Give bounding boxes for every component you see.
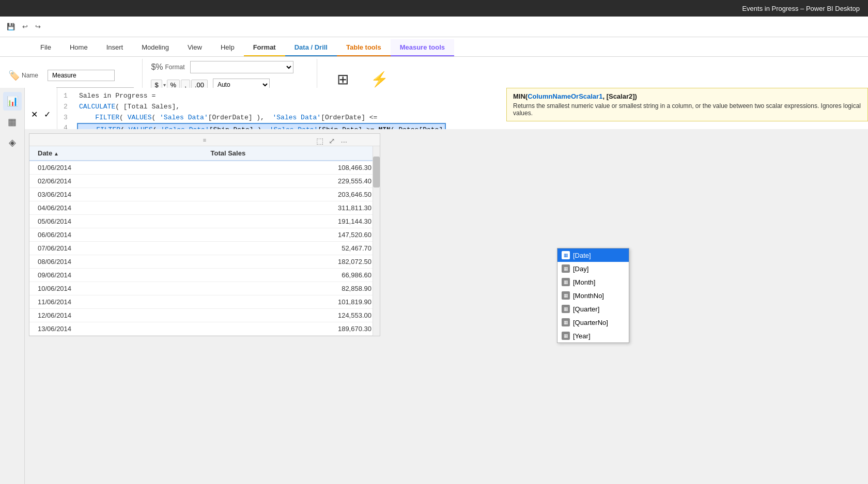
tab-home[interactable]: Home <box>60 39 97 56</box>
autocomplete-item-label: [MonthNo] <box>573 292 604 300</box>
cell-date: 08/06/2014 <box>29 255 203 269</box>
table-icon: ▦ <box>562 291 570 300</box>
cell-totalsales: 66,986.60 <box>203 269 380 282</box>
table-icon: ▦ <box>562 332 570 340</box>
cell-totalsales: 229,555.40 <box>203 175 380 188</box>
autocomplete-item[interactable]: ▦[Year] <box>557 329 629 342</box>
format-select[interactable] <box>190 61 293 73</box>
formula-confirm-button[interactable]: ✓ <box>42 108 53 120</box>
table-row: 07/06/201452,467.70 <box>29 242 380 255</box>
tab-datadrill[interactable]: Data / Drill <box>285 39 337 56</box>
cell-date: 12/06/2014 <box>29 309 203 322</box>
cell-date: 13/06/2014 <box>29 322 203 336</box>
title-bar: Events in Progress – Power BI Desktop <box>0 0 868 17</box>
tab-file[interactable]: File <box>31 39 60 56</box>
table-body: 01/06/2014108,466.3002/06/2014229,555.40… <box>29 161 380 336</box>
new-measure-icon: ⊞ <box>337 71 349 88</box>
tooltip-description: Returns the smallest numeric value or sm… <box>513 102 861 117</box>
formula-cancel-button[interactable]: ✕ <box>29 108 40 120</box>
cell-totalsales: 108,466.30 <box>203 161 380 175</box>
col-header-totalsales[interactable]: Total Sales <box>203 146 380 161</box>
left-sidebar: 📊 ▦ ◈ <box>0 88 25 484</box>
table-header-bar: ≡ ⬚ ⤢ ··· <box>29 134 380 146</box>
table-row: 04/06/2014311,811.30 <box>29 201 380 215</box>
autocomplete-item-label: [Month] <box>573 278 595 286</box>
tab-format[interactable]: Format <box>244 39 285 56</box>
sidebar-icon-report[interactable]: 📊 <box>3 92 22 111</box>
cell-date: 03/06/2014 <box>29 188 203 201</box>
cell-totalsales: 189,670.30 <box>203 322 380 336</box>
autocomplete-item[interactable]: ▦[Date] <box>557 248 629 262</box>
autocomplete-item-label: [Year] <box>573 332 591 340</box>
cell-totalsales: 101,819.90 <box>203 295 380 309</box>
name-input[interactable] <box>48 70 115 81</box>
autocomplete-item-label: [Day] <box>573 265 588 273</box>
quick-access-toolbar: 💾 ↩ ↪ <box>4 22 43 32</box>
cell-date: 01/06/2014 <box>29 161 203 175</box>
cell-date: 11/06/2014 <box>29 295 203 309</box>
data-table: Date Total Sales 01/06/2014108,466.3002/… <box>29 146 380 336</box>
table-row: 08/06/2014182,072.50 <box>29 255 380 269</box>
cell-date: 05/06/2014 <box>29 215 203 228</box>
table-drag-handle[interactable]: ≡ <box>203 137 206 143</box>
autocomplete-item[interactable]: ▦[MonthNo] <box>557 289 629 302</box>
format-row-top: $% Format <box>151 61 308 73</box>
tab-help[interactable]: Help <box>211 39 244 56</box>
cell-totalsales: 52,467.70 <box>203 242 380 255</box>
main-area: ✕ ✓ 1 Sales in Progress = 2 CALCULATE( [… <box>25 88 868 484</box>
table-icon: ▦ <box>562 251 570 259</box>
table-row: 06/06/2014147,520.60 <box>29 228 380 242</box>
cell-date: 09/06/2014 <box>29 269 203 282</box>
cell-totalsales: 191,144.30 <box>203 215 380 228</box>
autocomplete-item-label: [Quarter] <box>573 305 599 313</box>
table-row: 09/06/201466,986.60 <box>29 269 380 282</box>
table-row: 01/06/2014108,466.30 <box>29 161 380 175</box>
save-button[interactable]: 💾 <box>4 22 18 32</box>
table-row: 03/06/2014203,646.50 <box>29 188 380 201</box>
cell-date: 06/06/2014 <box>29 228 203 242</box>
autocomplete-tooltip: MIN(ColumnNameOrScalar1, [Scalar2]) Retu… <box>506 88 868 121</box>
tab-insert[interactable]: Insert <box>97 39 133 56</box>
cell-date: 04/06/2014 <box>29 201 203 215</box>
tab-view[interactable]: View <box>178 39 211 56</box>
name-label: 🏷️ Name <box>8 70 44 81</box>
panel-expand-button[interactable]: ⤢ <box>327 135 337 147</box>
cell-totalsales: 82,858.90 <box>203 282 380 295</box>
table-scrollbar[interactable] <box>373 146 380 336</box>
table-row: 05/06/2014191,144.30 <box>29 215 380 228</box>
cell-totalsales: 203,646.50 <box>203 188 380 201</box>
autocomplete-item[interactable]: ▦[Quarter] <box>557 302 629 316</box>
table-header-row: Date Total Sales <box>29 146 380 161</box>
table-container: ≡ ⬚ ⤢ ··· Date Total Sales 01/06/2014108… <box>29 133 380 336</box>
undo-button[interactable]: ↩ <box>20 22 30 32</box>
autocomplete-item-label: [QuarterNo] <box>573 319 608 326</box>
name-row: 🏷️ Name <box>8 70 134 81</box>
col-header-date[interactable]: Date <box>29 146 203 161</box>
currency-dropdown-arrow[interactable]: ▾ <box>163 82 166 88</box>
panel-filter-button[interactable]: ⬚ <box>315 135 325 147</box>
cell-date: 10/06/2014 <box>29 282 203 295</box>
table-row: 12/06/2014124,553.00 <box>29 309 380 322</box>
autocomplete-item[interactable]: ▦[QuarterNo] <box>557 316 629 329</box>
cell-totalsales: 147,520.60 <box>203 228 380 242</box>
ribbon-tabs: File Home Insert Modeling View Help Form… <box>0 37 868 57</box>
sidebar-icon-model[interactable]: ◈ <box>3 133 22 152</box>
autocomplete-item[interactable]: ▦[Day] <box>557 262 629 275</box>
table-icon: ▦ <box>562 278 570 286</box>
redo-button[interactable]: ↪ <box>33 22 43 32</box>
cell-totalsales: 124,553.00 <box>203 309 380 322</box>
tab-tabletools[interactable]: Table tools <box>337 39 391 56</box>
sidebar-icon-data[interactable]: ▦ <box>3 113 22 131</box>
tab-measuretools[interactable]: Measure tools <box>391 39 454 56</box>
tab-modeling[interactable]: Modeling <box>132 39 178 56</box>
autocomplete-item[interactable]: ▦[Month] <box>557 275 629 289</box>
table-row: 11/06/2014101,819.90 <box>29 295 380 309</box>
table-row: 13/06/2014189,670.30 <box>29 322 380 336</box>
table-icon: ▦ <box>562 305 570 313</box>
app-title: Events in Progress – Power BI Desktop <box>742 5 860 12</box>
autocomplete-dropdown[interactable]: ▦[Date]▦[Day]▦[Month]▦[MonthNo]▦[Quarter… <box>557 248 629 343</box>
table-scrollbar-thumb[interactable] <box>373 157 380 188</box>
menu-bar: 💾 ↩ ↪ <box>0 17 868 37</box>
panel-more-button[interactable]: ··· <box>339 135 349 147</box>
autocomplete-item-label: [Date] <box>573 252 591 259</box>
